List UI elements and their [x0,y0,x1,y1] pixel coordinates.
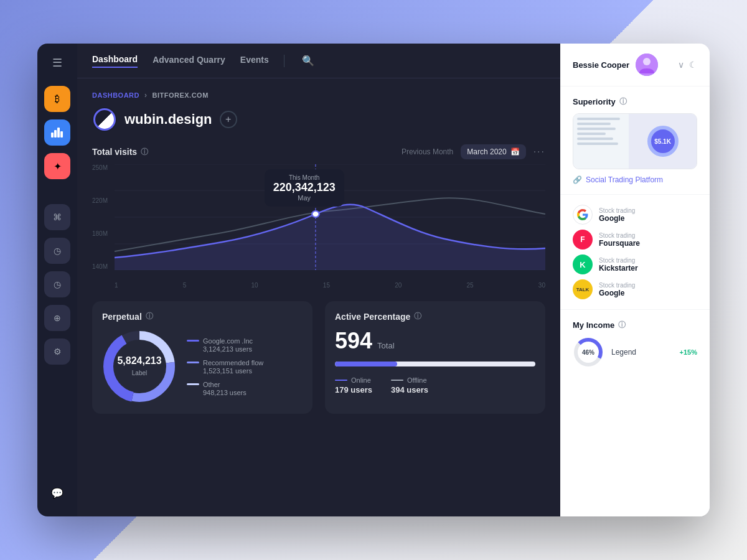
stock-icon-kickstarter: K [573,254,593,274]
date-selector[interactable]: March 2020 📅 [461,144,525,159]
superiority-section: Superiority ⓘ $5.1K [560,86,710,195]
nav-advanced-quarry[interactable]: Advanced Quarry [153,55,225,67]
sidebar-icon-chart[interactable] [44,119,70,146]
platform-link[interactable]: 🔗 Social Trading Platform [573,175,697,184]
legend-dot-google [187,340,199,342]
offline-value: 394 users [391,385,428,394]
user-header: Bessie Cooper ∨ ☾ [560,44,710,86]
total-visits-controls: Previous Month March 2020 📅 ··· [402,144,545,159]
progress-bar-background [335,362,535,366]
progress-bar-container [335,362,535,366]
legend-item-google: Google.com .Inc 3,124,213 users [187,337,263,353]
income-section: My Income ⓘ 46% Legend +15% [560,310,710,378]
right-panel: Bessie Cooper ∨ ☾ Superiority ⓘ [560,44,710,516]
svg-point-10 [312,211,319,217]
legend-item-other: Other 948,213 users [187,381,263,396]
breadcrumb-child: BITFOREX.COM [153,91,209,99]
sidebar-icon-settings[interactable]: ⚙ [44,338,70,365]
total-visits-info-icon[interactable]: ⓘ [141,147,148,157]
income-title: My Income ⓘ [573,320,697,330]
sidebar-icon-keyboard[interactable]: ⌘ [44,204,70,230]
sidebar-icon-globe[interactable]: ⊕ [44,305,70,331]
breadcrumb: DASHBOARD › BITFOREX.COM [92,91,545,100]
stock-item-talk[interactable]: TALK Stock trading Google [573,279,697,299]
sidebar-chat-icon[interactable]: 💬 [51,487,63,499]
stock-list: Stock trading Google F Stock trading Fou… [560,195,710,310]
breadcrumb-separator: › [144,91,148,100]
perpetual-title: Perpetual ⓘ [102,311,303,322]
online-value: 179 users [335,385,372,394]
stock-item-foursquare[interactable]: F Stock trading Foursquare [573,230,697,250]
superiority-info-icon[interactable]: ⓘ [619,96,627,107]
perpetual-inner: 5,824,213 Label Google.com .Inc 3,124,21… [102,329,303,404]
perpetual-panel: Perpetual ⓘ 5,824,213 [92,301,312,414]
previous-month-label: Previous Month [402,147,453,156]
calendar-icon: 📅 [510,147,520,156]
active-percentage-info-icon[interactable]: ⓘ [414,311,421,322]
main-content: Dashboard Advanced Quarry Events 🔍 DASHB… [77,44,560,516]
online-stat: Online 179 users [335,376,372,394]
active-total: 594 Total [335,328,535,354]
site-header: wubin.design + [92,107,545,132]
total-visits-header: Total visits ⓘ Previous Month March 2020… [92,144,545,159]
user-info: Bessie Cooper [573,54,658,76]
progress-bar-fill [335,362,397,366]
stock-icon-foursquare: F [573,230,593,250]
sidebar-icon-clock1[interactable]: ◷ [44,238,70,264]
svg-point-16 [643,58,651,65]
user-header-controls[interactable]: ∨ ☾ [678,60,697,70]
top-nav: Dashboard Advanced Quarry Events 🔍 [77,44,560,78]
legend-count-other: 948,213 users [203,389,263,396]
stock-icon-talk: TALK [573,279,593,299]
online-offline-stats: Online 179 users Offline 394 users [335,376,535,394]
active-number: 594 [335,328,372,354]
avatar [636,54,658,76]
active-percentage-title: Active Percentage ⓘ [335,311,535,322]
offline-stat: Offline 394 users [391,376,428,394]
sidebar-icon-bitcoin[interactable]: ₿ [44,86,70,112]
income-inner: 46% Legend +15% [573,337,697,368]
legend-list: Google.com .Inc 3,124,213 users Recommen… [187,337,263,396]
nav-events[interactable]: Events [240,55,269,67]
stock-info-kickstarter: Stock trading Kickstarter [599,257,638,273]
add-site-button[interactable]: + [220,111,237,128]
stock-item-google[interactable]: Stock trading Google [573,205,697,225]
legend-dot-recommended [187,362,199,363]
chart-x-axis: 1 5 10 15 20 25 30 [115,282,545,289]
more-options-button[interactable]: ··· [533,146,545,157]
perpetual-donut: 5,824,213 Label [102,329,177,404]
donut-center: 5,824,213 Label [117,355,161,378]
search-icon[interactable]: 🔍 [302,55,314,67]
online-label: Online [351,376,371,384]
donut-value: 5,824,213 [117,355,161,366]
nav-dashboard[interactable]: Dashboard [92,54,138,68]
offline-indicator [391,380,403,381]
link-icon: 🔗 [573,175,582,184]
legend-name-google: Google.com .Inc [203,337,253,345]
income-legend: Legend [611,348,636,357]
theme-toggle-icon[interactable]: ☾ [689,60,697,70]
platform-link-label: Social Trading Platform [586,175,663,184]
legend-name-recommended: Recommended flow [203,359,263,366]
visits-chart: 250M 220M 180M 140M [92,164,545,289]
breadcrumb-root: DASHBOARD [92,91,139,99]
stock-info-talk: Stock trading Google [599,282,635,297]
stock-info-foursquare: Stock trading Foursquare [599,232,640,248]
dropdown-arrow[interactable]: ∨ [678,60,684,70]
chart-y-axis: 250M 220M 180M 140M [92,164,115,270]
nav-divider [284,55,284,67]
user-name: Bessie Cooper [573,60,629,70]
stock-item-kickstarter[interactable]: K Stock trading Kickstarter [573,254,697,274]
superiority-preview: $5.1K [573,113,697,169]
sidebar-icon-clock2[interactable]: ◷ [44,271,70,297]
tooltip-value: 220,342,123 [273,181,336,194]
income-change: +15% [680,348,697,356]
svg-rect-2 [57,128,60,138]
icon-sidebar: ☰ ₿ ✦ ⌘ ◷ ◷ ⊕ ⚙ 💬 [37,44,77,516]
sidebar-icon-airbnb[interactable]: ✦ [44,153,70,179]
perpetual-info-icon[interactable]: ⓘ [146,311,153,322]
menu-icon[interactable]: ☰ [52,56,62,70]
stock-icon-google [573,205,593,225]
income-info-icon[interactable]: ⓘ [618,320,626,330]
legend-item-recommended: Recommended flow 1,523,151 users [187,359,263,375]
